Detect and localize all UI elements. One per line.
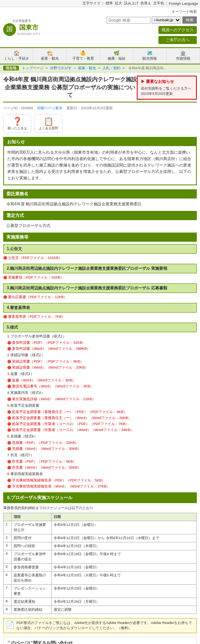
section-3-header: 3.鶴川商店街周辺拠点施設内テレワーク施設企業業務支援業務委託プロポーザル 応募… bbox=[3, 283, 197, 293]
file-link-1-1[interactable]: 公告文（PDFファイル：131KB） bbox=[3, 255, 197, 261]
bc-sep3: > bbox=[97, 66, 101, 70]
breadcrumb-bid[interactable]: 入札・契約 bbox=[102, 66, 120, 70]
icon-card-help[interactable]: ❓ 困ったときは bbox=[3, 114, 31, 133]
sublist-label-4: 5.処落予定金調査書 bbox=[7, 403, 197, 408]
schedule-cell-date-4: 令和4年12月19日（金曜日） bbox=[52, 563, 197, 571]
file-link-4-1[interactable]: 審査基準表（PDFファイル：7KB） bbox=[3, 314, 197, 319]
section-実施業務等-header: 実施業務等 bbox=[3, 233, 197, 242]
access-btn-1[interactable]: 職員へのアクセス bbox=[158, 26, 197, 34]
nav-childcare[interactable]: 👶 子育て・教育 bbox=[67, 48, 100, 64]
top-nav-standard[interactable]: 標準 bbox=[106, 1, 113, 6]
main-navigation: 🏠 くらし・手続き 🏗️ 産業・観光 👶 子育て・教育 🌿 健康・福祉 🗺️ 観… bbox=[0, 48, 200, 64]
section-委託業務名-header: 委託業務名 bbox=[3, 189, 197, 199]
schedule-row-6: 7 プレゼンテーション審査 令和4年12月23日（金曜日） bbox=[4, 584, 197, 598]
nav-tourism[interactable]: 🗺️ 観光情報 bbox=[133, 48, 166, 64]
sublist-label-3: 4.実施案内等（様式4） bbox=[7, 390, 197, 395]
subfile-1-1[interactable]: 実績証明書（Word）（Wordファイル：20KB） bbox=[7, 365, 197, 370]
breadcrumb-industry[interactable]: 産業・観光 bbox=[78, 66, 96, 70]
print-link[interactable]: 印刷ページ表示 bbox=[37, 106, 62, 111]
logo-city-name: 国東市 bbox=[17, 24, 40, 32]
nav-industry-label: 産業・観光 bbox=[41, 56, 59, 60]
subfile-6-1[interactable]: 所見書（Word）（Wordファイル：30KB） bbox=[7, 465, 197, 470]
schedule-cell-item-2: 質問への回答 bbox=[12, 542, 52, 550]
subfile-7-0[interactable]: 字光事前情報実績報告表（PDF）（PDFファイル：5KB） bbox=[7, 478, 197, 483]
top-nav-text[interactable]: 文字サイズ bbox=[82, 1, 100, 6]
nav-health[interactable]: 🌿 健康・福祉 bbox=[100, 48, 133, 64]
top-nav-color[interactable]: 色替え bbox=[140, 1, 151, 6]
schedule-cell-item-3: プロポーザル参加申請書の提出 bbox=[12, 550, 52, 563]
sublist-label-5: 6.見積書（様式6） bbox=[7, 434, 197, 439]
subfile-5-0[interactable]: 見積書（PDF）（PDFファイル：32KB） bbox=[7, 440, 197, 445]
updated-date: 更新日：2023年12月2日更新 bbox=[66, 106, 113, 111]
subfile-0-0[interactable]: 参加申請書（PDF）（PDFファイル：32KB） bbox=[7, 340, 197, 345]
subfile-3-0[interactable]: 東京実施先詳細（Word）（Wordファイル：21KB） bbox=[7, 397, 197, 402]
sublist-item-6: 7.所見（様式7） 所見書（PDF）（PDFファイル：5KB） 所見書（Word… bbox=[7, 453, 197, 470]
schedule-cell-num-0: 1 bbox=[4, 521, 12, 534]
pdf-notice: 📄 PDF形式のファイルをご覧になは、Adobe社が提供するAdobe Read… bbox=[3, 618, 197, 633]
nav-industry-icon: 🏗️ bbox=[34, 50, 65, 56]
subfile-4-2[interactable]: 処落予定金調査書（作業者（コース2）（PDF）（PDFファイル：7KB） bbox=[7, 421, 197, 427]
schedule-cell-num-2: 3 bbox=[4, 542, 12, 550]
subfile-4-3[interactable]: 処落予定金調査書（作業者（コース2）（Word）（Wordファイル：24KB） bbox=[7, 427, 197, 433]
sublist-label-1: 2.実績証明書（様式2） bbox=[7, 353, 197, 358]
subfile-7-1[interactable]: 字光事前情報実績報告表（Word）（Wordファイル：27KB） bbox=[7, 484, 197, 489]
nav-life[interactable]: 🏠 くらし・手続き bbox=[0, 48, 33, 64]
nav-municipal[interactable]: 🏛️ 市政情報 bbox=[167, 48, 200, 64]
sublist-item-4: 5.処落予定金調査書 処落予定金調査書（業務責任主（ー）（PDF）（PDFファイ… bbox=[7, 403, 197, 433]
page-id: ページID：003850 bbox=[3, 106, 33, 111]
breadcrumb-current: 現在地 bbox=[3, 66, 19, 70]
section-3: 3.鶴川商店街周辺拠点施設内テレワーク施設企業業務支援業務委託プロポーザル 応募… bbox=[3, 283, 197, 300]
nav-tourism-icon: 🗺️ bbox=[134, 50, 165, 56]
schedule-cell-num-5: 6 bbox=[4, 571, 12, 584]
search-scope-select[interactable]: i-kunisaki.jp bbox=[152, 16, 181, 24]
schedule-cell-num-6: 7 bbox=[4, 584, 12, 598]
schedule-row-4: 5 参加資格審査書 令和4年12月19日（金曜日） bbox=[4, 563, 197, 571]
file-link-2-1[interactable]: 実施要領（PDFファイル：31KB） bbox=[3, 275, 197, 280]
subfile-5-1[interactable]: 見積書（Word）（Wordファイル：30KB） bbox=[7, 446, 197, 451]
section-2: 2.鶴川商店街周辺拠点施設内テレワーク施設企業業務支援業務委託プロポーザル 実施… bbox=[3, 264, 197, 280]
subfile-1-0[interactable]: 実績証明書（PDF）（PDFファイル：8KB） bbox=[7, 359, 197, 364]
site-header: 大分県国東市 国 国東市 KUNISAKI CITY キーワード検索 i-kun… bbox=[0, 7, 200, 48]
sublist-item-7: 8.事前情報実績業務表 字光事前情報実績報告表（PDF）（PDFファイル：5KB… bbox=[7, 471, 197, 489]
icon-card-faq[interactable]: 📋 よくある質問 bbox=[34, 114, 62, 133]
title-area: ▶ 重要なお知らせ 添付別資料をご覧くださる方へ 2023年5月24日更新 令和… bbox=[3, 76, 197, 114]
subfile-4-0[interactable]: 処落予定金調査書（業務責任主（ー）（PDF）（PDFファイル：3KB） bbox=[7, 409, 197, 415]
sublist-label-2: 3.返書（様式3） bbox=[7, 371, 197, 377]
section-1-header: 1.公告文 bbox=[3, 244, 197, 254]
icon-cards-row: ❓ 困ったときは 📋 よくある質問 bbox=[3, 114, 197, 133]
icon-card-faq-label: よくある質問 bbox=[39, 126, 58, 130]
bc-sep4: > bbox=[122, 66, 126, 70]
file-link-3-1[interactable]: 要出応募書（PDFファイル：12KB） bbox=[3, 295, 197, 300]
schedule-row-2: 3 質問への回答 令和4年12月15日（木曜日） bbox=[4, 542, 197, 550]
search-input[interactable] bbox=[106, 17, 150, 24]
schedule-row-7: 8 選定結果通知 令和4年12月26日（月曜日） bbox=[4, 598, 197, 606]
top-nav-textcolor[interactable]: 文字色 bbox=[153, 1, 164, 6]
schedule-title: 6.プロポーザル実施スケジュール bbox=[3, 492, 197, 503]
logo-romanji: KUNISAKI CITY bbox=[17, 32, 40, 36]
schedule-th-num bbox=[4, 513, 12, 521]
nav-industry[interactable]: 🏗️ 産業・観光 bbox=[33, 48, 66, 64]
schedule-cell-item-6: プレゼンテーション審査 bbox=[12, 584, 52, 598]
sublist-item-5: 6.見積書（様式6） 見積書（PDF）（PDFファイル：32KB） 見積書（Wo… bbox=[7, 434, 197, 451]
notice-text: 年間約300万人に見られる大分分県（国東市含有地）の利用者が本市を中心に、なんと… bbox=[7, 149, 193, 181]
breadcrumb-field[interactable]: 分野でさがす bbox=[50, 66, 72, 70]
section-選定方式-header: 選定方式 bbox=[3, 211, 197, 220]
schedule-row-3: 4 プロポーザル参加申請書の提出 令和4年12月18日（金曜日）午後4 時まで bbox=[4, 550, 197, 563]
foreign-language-link[interactable]: Foreign Language bbox=[169, 2, 198, 6]
top-nav-large[interactable]: 拡大 bbox=[115, 1, 122, 6]
subfile-4-1[interactable]: 処落予定金調査書（業務責任主（ー）（Word）（Wordファイル：29KB） bbox=[7, 415, 197, 421]
subfile-6-0[interactable]: 所見書（PDF）（PDFファイル：5KB） bbox=[7, 459, 197, 464]
schedule-cell-item-8: 業務委託契約締結 bbox=[12, 606, 52, 614]
subfile-2-1[interactable]: 要請先電話番号（Word）（Wordファイル：3KB） bbox=[7, 384, 197, 389]
nav-childcare-label: 子育て・教育 bbox=[72, 56, 94, 60]
access-btn-2[interactable]: ご来庁の方へ bbox=[158, 36, 197, 44]
schedule-cell-date-5: 令和4年12月20日（火曜日）午後5 時まで bbox=[52, 571, 197, 584]
section-選定方式-content: 公募型プロポーザル方式 bbox=[3, 223, 197, 229]
breadcrumb-home[interactable]: トップページ bbox=[22, 66, 44, 70]
sublist-label-7: 8.事前情報実績業務表 bbox=[7, 471, 197, 477]
search-button[interactable]: 検索 bbox=[182, 16, 197, 24]
subfile-0-1[interactable]: 参加申請書（Word）（Wordファイル：288KB） bbox=[7, 346, 197, 351]
subfile-2-0[interactable]: 返書（Word）（Wordファイル：3KB） bbox=[7, 378, 197, 383]
schedule-row-5: 6 提案書等公表書類の提出を締め 令和4年12月20日（火曜日）午後5 時まで bbox=[4, 571, 197, 584]
top-nav-read[interactable]: 読み上げ bbox=[124, 1, 138, 6]
